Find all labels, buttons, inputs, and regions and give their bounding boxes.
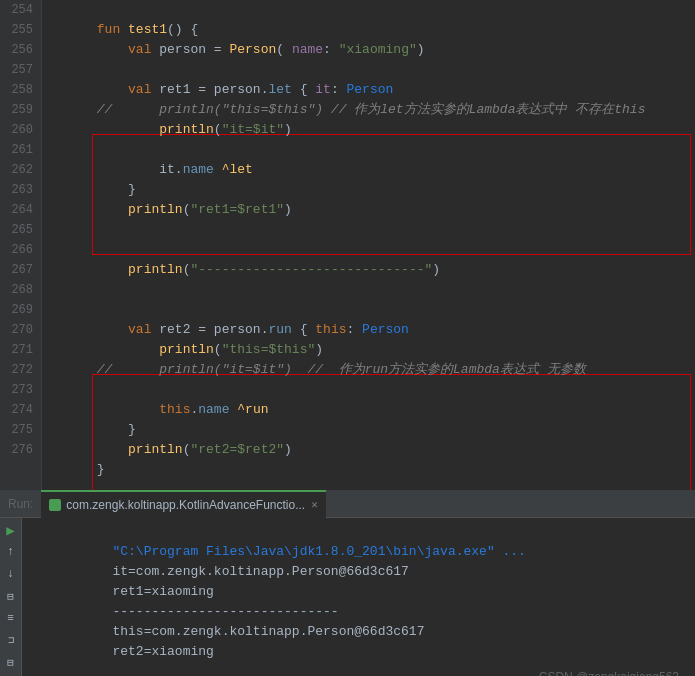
line-num-268: 268 <box>0 280 41 300</box>
line-num-275: 275 <box>0 420 41 440</box>
watermark: CSDN @zengkaiqiang562 <box>539 670 679 676</box>
code-line-260 <box>50 120 695 140</box>
line-num-257: 257 <box>0 60 41 80</box>
line-num-265: 265 <box>0 220 41 240</box>
line-num-259: 259 <box>0 100 41 120</box>
run-side-controls: ▶ ↑ ↓ ⊟ ≡ ⊏ ⊟ 🗑 <box>0 518 22 676</box>
code-line-267 <box>50 260 695 280</box>
code-line-268 <box>50 280 695 300</box>
line-num-274: 274 <box>0 400 41 420</box>
run-filter-icon[interactable]: ⊟ <box>3 588 19 604</box>
code-line-275: println("ret2=$ret2") <box>50 420 695 440</box>
code-line-255: val person = Person( name: "xiaoming") <box>50 20 695 40</box>
line-num-254: 254 <box>0 0 41 20</box>
editor-area: 254 255 256 257 258 259 260 261 262 263 … <box>0 0 695 490</box>
code-line-270: println("this=$this") <box>50 320 695 340</box>
run-play-button[interactable]: ▶ <box>3 522 19 538</box>
code-line-256 <box>50 40 695 60</box>
code-line-273: this.name ^run <box>50 380 695 400</box>
line-num-262: 262 <box>0 160 41 180</box>
code-line-264 <box>50 200 695 220</box>
run-panel-container: Run: com.zengk.koltinapp.KotlinAdvanceFu… <box>0 490 695 676</box>
line-num-271: 271 <box>0 340 41 360</box>
output-line-1: "C:\Program Files\Java\jdk1.8.0_201\bin\… <box>50 522 687 542</box>
run-panel-wrapper: ▶ ↑ ↓ ⊟ ≡ ⊏ ⊟ 🗑 "C:\Program Files\Java\j… <box>0 518 695 676</box>
code-line-265 <box>50 220 695 240</box>
run-tab-close-icon[interactable]: ✕ <box>311 498 318 511</box>
code-line-254: fun test1() { <box>50 0 695 20</box>
line-num-270: 270 <box>0 320 41 340</box>
line-num-256: 256 <box>0 40 41 60</box>
line-num-269: 269 <box>0 300 41 320</box>
run-tab-bar: Run: com.zengk.koltinapp.KotlinAdvanceFu… <box>0 490 695 518</box>
run-print-icon[interactable]: ⊟ <box>3 654 19 670</box>
line-num-277 <box>0 460 41 480</box>
line-num-260: 260 <box>0 120 41 140</box>
code-line-262: } <box>50 160 695 180</box>
line-num-255: 255 <box>0 20 41 40</box>
output-it: it=com.zengk.koltinapp.Person@66d3c617 <box>112 564 408 579</box>
run-tab[interactable]: com.zengk.koltinapp.KotlinAdvanceFunctio… <box>41 490 325 518</box>
line-numbers: 254 255 256 257 258 259 260 261 262 263 … <box>0 0 42 490</box>
code-line-261: it.name ^let <box>50 140 695 160</box>
code-content[interactable]: fun test1() { val person = Person( name:… <box>42 0 695 490</box>
line-num-267: 267 <box>0 260 41 280</box>
run-down-button[interactable]: ↓ <box>3 566 19 582</box>
line-num-276: 276 <box>0 440 41 460</box>
output-path-text: "C:\Program Files\Java\jdk1.8.0_201\bin\… <box>112 544 525 559</box>
output-ret2: ret2=xiaoming <box>112 644 213 659</box>
code-line-274: } <box>50 400 695 420</box>
line-num-264: 264 <box>0 200 41 220</box>
run-list-icon[interactable]: ≡ <box>3 610 19 626</box>
code-line-258: // println("this=$this") // 作为let方法实参的La… <box>50 80 695 100</box>
code-line-271: // println("it=$it") // 作为run方法实参的Lambda… <box>50 340 695 360</box>
line-num-258: 258 <box>0 80 41 100</box>
output-ret1: ret1=xiaoming <box>112 584 213 599</box>
run-output: "C:\Program Files\Java\jdk1.8.0_201\bin\… <box>22 518 695 676</box>
line-num-272: 272 <box>0 360 41 380</box>
code-line-266: println("-----------------------------") <box>50 240 695 260</box>
run-up-button[interactable]: ↑ <box>3 544 19 560</box>
code-line-263: println("ret1=$ret1") <box>50 180 695 200</box>
run-tab-title: com.zengk.koltinapp.KotlinAdvanceFunctio… <box>66 498 305 512</box>
code-line-272 <box>50 360 695 380</box>
code-line-276: } <box>50 440 695 460</box>
output-this: this=com.zengk.koltinapp.Person@66d3c617 <box>112 624 424 639</box>
line-num-273: 273 <box>0 380 41 400</box>
line-num-261: 261 <box>0 140 41 160</box>
brace-close3: } <box>97 462 105 477</box>
line-num-263: 263 <box>0 180 41 200</box>
line-num-266: 266 <box>0 240 41 260</box>
output-dash: ----------------------------- <box>112 604 338 619</box>
run-tab-icon <box>49 499 61 511</box>
code-line-257: val ret1 = person.let { it: Person <box>50 60 695 80</box>
run-label: Run: <box>0 497 41 511</box>
code-line-259: println("it=$it") <box>50 100 695 120</box>
code-line-269: val ret2 = person.run { this: Person <box>50 300 695 320</box>
run-settings-icon[interactable]: ⊏ <box>3 632 19 648</box>
